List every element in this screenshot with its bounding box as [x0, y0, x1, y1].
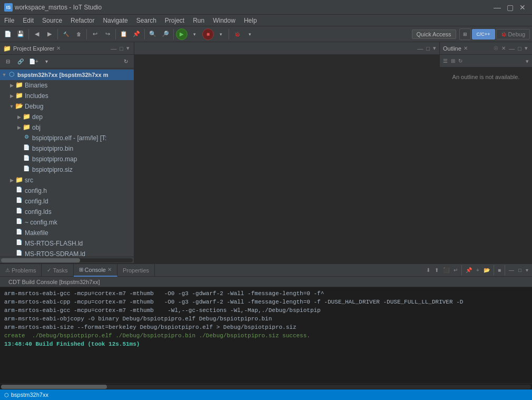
- clean-btn[interactable]: 🗑: [73, 28, 84, 40]
- console-clear[interactable]: ⬛: [441, 267, 451, 274]
- tree-arrow-obj: ▶: [16, 125, 22, 130]
- copy-btn[interactable]: 📋: [118, 28, 130, 40]
- collapse-all-btn[interactable]: ⊟: [2, 56, 14, 67]
- panel-menu-btn[interactable]: ▾: [125, 45, 131, 52]
- menu-run[interactable]: Run: [189, 16, 209, 25]
- console-line-0: arm-msrtos-eabi-gcc -mcpu=cortex-m7 -mth…: [4, 289, 528, 298]
- tree-obj-label: obj: [32, 124, 41, 131]
- config-ld-icon: 📄: [15, 197, 23, 206]
- tree-sdram-ld[interactable]: ▶ 📄 MS-RTOS-SDRAM.ld: [0, 249, 134, 257]
- debug-run[interactable]: 🐞: [231, 28, 243, 40]
- bottom-menu[interactable]: ▾: [524, 267, 530, 274]
- tree-config-h[interactable]: ▶ 📄 config.h: [0, 186, 134, 196]
- panel-close-icon: ✕: [56, 45, 61, 51]
- tab-console[interactable]: ⊞ Console ✕: [74, 264, 117, 277]
- tree-map[interactable]: ▶ 📄 bspiotpipro.map: [0, 154, 134, 164]
- link-editor-btn[interactable]: 🔗: [15, 56, 26, 67]
- stop-button[interactable]: ■: [202, 28, 214, 40]
- new-button[interactable]: 📄: [2, 28, 14, 40]
- tab-properties[interactable]: Properties: [117, 264, 155, 277]
- tree-flash-ld[interactable]: ▶ 📄 MS-RTOS-FLASH.ld: [0, 238, 134, 249]
- debug-dropdown[interactable]: ▾: [244, 28, 255, 40]
- menu-refactor[interactable]: Refactor: [66, 16, 98, 25]
- outline-view-menu[interactable]: ▾: [525, 58, 530, 65]
- menu-help[interactable]: Help: [240, 16, 261, 25]
- console-pin[interactable]: 📌: [464, 267, 474, 274]
- new-file-btn[interactable]: 📄+: [27, 56, 40, 67]
- console-scroll-down[interactable]: ⬇: [425, 267, 432, 274]
- makefile-icon: 📄: [15, 229, 23, 237]
- sync-btn[interactable]: ↻: [120, 56, 132, 67]
- tree-config-mk[interactable]: ▶ 📄 ~ config.mk: [0, 217, 134, 228]
- back-button[interactable]: ◀: [31, 28, 43, 40]
- bottom-minimize[interactable]: —: [507, 267, 516, 274]
- editor-maximize-btn[interactable]: □: [425, 45, 431, 52]
- console-new[interactable]: +: [475, 267, 481, 274]
- menu-file[interactable]: File: [0, 16, 18, 25]
- menu-window[interactable]: Window: [209, 16, 240, 25]
- outline-maximize-btn[interactable]: □: [517, 45, 523, 52]
- tree-bin[interactable]: ▶ 📄 bspiotpipro.bin: [0, 143, 134, 154]
- tree-root-project[interactable]: ▼ ⬡ bspstm32h7xx [bspstm32h7xx m: [0, 70, 134, 80]
- panel-minimize-btn[interactable]: —: [110, 45, 117, 52]
- tree-elf[interactable]: ▶ ⚙ bspiotpipro.elf - [arm/le] [T:: [0, 133, 134, 143]
- tree-binaries[interactable]: ▶ 📁 Binaries: [0, 80, 134, 91]
- forward-button[interactable]: ▶: [44, 28, 55, 40]
- outline-tb1[interactable]: ☉: [492, 45, 499, 51]
- tree-debug-folder[interactable]: ▼ 📂 Debug: [0, 101, 134, 112]
- run-dropdown[interactable]: ▾: [189, 28, 200, 40]
- tab-problems[interactable]: ⚠ Problems: [0, 264, 42, 277]
- tree-includes[interactable]: ▶ 📁 Includes: [0, 91, 134, 101]
- tree-makefile[interactable]: ▶ 📄 Makefile: [0, 228, 134, 238]
- menu-source[interactable]: Source: [38, 16, 66, 25]
- bottom-maximize[interactable]: □: [517, 267, 523, 274]
- undo-btn[interactable]: ↩: [89, 28, 101, 40]
- tree-src-label: src: [25, 177, 33, 184]
- menu-search[interactable]: Search: [132, 16, 161, 25]
- menu-project[interactable]: Project: [161, 16, 189, 25]
- redo-btn[interactable]: ↪: [102, 28, 113, 40]
- console-close-icon[interactable]: ✕: [107, 267, 112, 272]
- paste-btn[interactable]: 📌: [131, 28, 142, 40]
- tree-obj[interactable]: ▶ 📁 obj: [0, 122, 134, 133]
- ref-search-btn[interactable]: 🔎: [160, 28, 171, 40]
- console-open[interactable]: 📂: [482, 267, 491, 274]
- close-button[interactable]: ✕: [517, 2, 528, 13]
- open-perspective-btn[interactable]: ⊞: [459, 28, 471, 40]
- console-horizontal-scrollbar[interactable]: [0, 383, 532, 389]
- search-btn[interactable]: 🔍: [147, 28, 159, 40]
- menu-edit[interactable]: Edit: [18, 16, 38, 25]
- console-word-wrap[interactable]: ↵: [452, 267, 459, 274]
- outline-tb2[interactable]: ✕: [500, 45, 507, 51]
- tree-src[interactable]: ▶ 📁 src: [0, 175, 134, 186]
- run-button[interactable]: ▶: [176, 28, 188, 40]
- outline-minimize-btn[interactable]: —: [508, 45, 516, 52]
- tree-arrow-flash: ▶: [8, 241, 15, 246]
- tree-config-lds[interactable]: ▶ 📄 config.lds: [0, 207, 134, 217]
- outline-tool1[interactable]: ☰: [442, 58, 449, 64]
- save-button[interactable]: 💾: [15, 28, 26, 40]
- outline-tool-sync[interactable]: ↻: [457, 58, 464, 64]
- quick-access-input[interactable]: Quick Access: [412, 30, 456, 39]
- console-scroll-up[interactable]: ⬆: [433, 267, 440, 274]
- debug-perspective-tab[interactable]: 🐞 Debug: [496, 29, 530, 40]
- tab-tasks[interactable]: ✓ Tasks: [42, 264, 73, 277]
- menu-navigate[interactable]: Navigate: [98, 16, 132, 25]
- cpp-perspective-tab[interactable]: C/C++: [472, 29, 495, 40]
- tree-config-ld[interactable]: ▶ 📄 config.ld: [0, 196, 134, 207]
- maximize-button[interactable]: ▢: [505, 2, 515, 13]
- tree-dep[interactable]: ▶ 📁 dep: [0, 112, 134, 122]
- editor-menu-btn[interactable]: ▾: [432, 45, 437, 52]
- build-btn[interactable]: 🔨: [60, 28, 72, 40]
- stop-dropdown[interactable]: ▾: [215, 28, 226, 40]
- panel-maximize-btn[interactable]: □: [119, 45, 124, 52]
- outline-tool2[interactable]: ⊞: [450, 58, 456, 64]
- tree-menu-btn[interactable]: ▾: [41, 56, 53, 67]
- outline-menu-btn[interactable]: ▾: [524, 45, 529, 52]
- tree-sdram-ld-label: MS-RTOS-SDRAM.ld: [25, 250, 85, 257]
- tree-horizontal-scrollbar[interactable]: [0, 257, 134, 263]
- editor-minimize-btn[interactable]: —: [416, 45, 424, 52]
- minimize-button[interactable]: —: [492, 2, 503, 13]
- tree-siz[interactable]: ▶ 📄 bspiotpipro.siz: [0, 164, 134, 175]
- console-stop[interactable]: ■: [496, 267, 503, 274]
